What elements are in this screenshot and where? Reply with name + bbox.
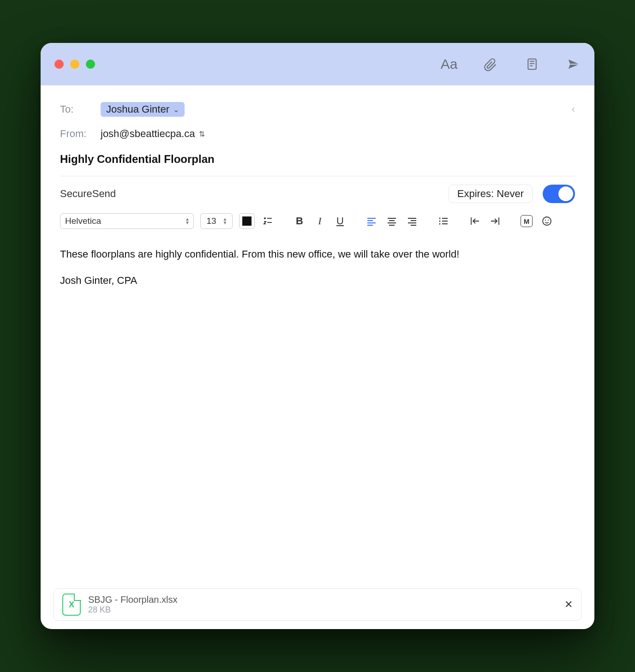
attachment-chip[interactable]: X SBJG - Floorplan.xlsx 28 KB ✕ [54, 588, 581, 621]
font-size-value: 13 [206, 216, 216, 226]
titlebar: Aa [41, 43, 594, 85]
emoji-button[interactable] [540, 214, 554, 228]
to-label: To: [60, 103, 92, 115]
securesend-label: SecureSend [60, 188, 116, 200]
svg-rect-0 [528, 59, 536, 70]
svg-point-5 [543, 217, 551, 225]
bold-button[interactable]: B [293, 214, 306, 228]
align-right-button[interactable] [405, 214, 419, 228]
body-line: These floorplans are highly confidential… [60, 246, 575, 262]
notes-icon[interactable] [525, 57, 539, 71]
attachment-meta: SBJG - Floorplan.xlsx 28 KB [88, 594, 177, 615]
send-icon[interactable] [567, 57, 581, 71]
subject-field[interactable]: Highly Confidential Floorplan [60, 148, 575, 176]
window-controls [54, 60, 95, 69]
remove-attachment-button[interactable]: ✕ [564, 599, 573, 611]
bullet-list-button[interactable] [437, 214, 450, 228]
toggle-knob [558, 186, 573, 201]
svg-point-3 [439, 221, 441, 222]
securesend-toggle[interactable] [543, 185, 575, 203]
updown-icon: ▲▼ [185, 217, 190, 225]
securesend-controls: Expires: Never [449, 185, 575, 203]
color-preview [242, 216, 252, 226]
signature-line: Josh Ginter, CPA [60, 273, 575, 288]
svg-point-1 [264, 217, 266, 219]
recipient-chip[interactable]: Joshua Ginter ⌄ [101, 102, 185, 117]
minimize-window-button[interactable] [70, 60, 79, 69]
close-window-button[interactable] [54, 60, 64, 69]
from-address: josh@sbeattiecpa.ca [101, 128, 195, 140]
svg-point-6 [545, 220, 546, 221]
from-label: From: [60, 128, 92, 140]
file-kind-glyph: X [69, 600, 74, 610]
updown-icon: ⇅ [199, 130, 205, 138]
svg-point-7 [548, 220, 549, 221]
font-family-select[interactable]: Helvetica ▲▼ [60, 213, 194, 229]
svg-point-4 [439, 223, 441, 225]
from-selector[interactable]: josh@sbeattiecpa.ca ⇅ [101, 128, 205, 140]
align-left-button[interactable] [365, 214, 378, 228]
compose-window: Aa To: Joshua Ginter ⌄ ‹ From: josh@ [41, 43, 594, 629]
message-body[interactable]: These floorplans are highly confidential… [41, 234, 594, 588]
list-style-button[interactable] [261, 214, 275, 228]
from-row: From: josh@sbeattiecpa.ca ⇅ [60, 125, 575, 148]
xlsx-file-icon: X [62, 594, 81, 616]
chevron-down-icon: ⌄ [173, 105, 179, 114]
italic-button[interactable]: I [313, 214, 327, 228]
updown-icon: ▲▼ [223, 217, 228, 225]
align-center-button[interactable] [385, 214, 399, 228]
attachment-size: 28 KB [88, 605, 177, 615]
expand-fields-button[interactable]: ‹ [572, 103, 575, 115]
text-color-swatch[interactable] [239, 213, 255, 229]
indent-button[interactable] [488, 214, 502, 228]
underline-button[interactable]: U [333, 214, 347, 228]
securesend-row: SecureSend Expires: Never [60, 176, 575, 213]
recipient-name: Joshua Ginter [106, 103, 169, 115]
expires-selector[interactable]: Expires: Never [449, 185, 533, 203]
zoom-window-button[interactable] [86, 60, 95, 69]
font-size-select[interactable]: 13 ▲▼ [200, 213, 233, 229]
to-row: To: Joshua Ginter ⌄ ‹ [60, 94, 575, 125]
markdown-button[interactable]: M [520, 214, 533, 228]
attach-icon[interactable] [484, 57, 497, 71]
format-toggle-button[interactable]: Aa [442, 57, 456, 71]
font-family-value: Helvetica [65, 216, 101, 226]
format-toolbar: Helvetica ▲▼ 13 ▲▼ B I U [41, 213, 594, 234]
svg-point-2 [439, 218, 441, 219]
titlebar-actions: Aa [442, 57, 581, 71]
outdent-button[interactable] [468, 214, 482, 228]
header-fields: To: Joshua Ginter ⌄ ‹ From: josh@sbeatti… [41, 85, 594, 213]
attachment-name: SBJG - Floorplan.xlsx [88, 594, 177, 605]
